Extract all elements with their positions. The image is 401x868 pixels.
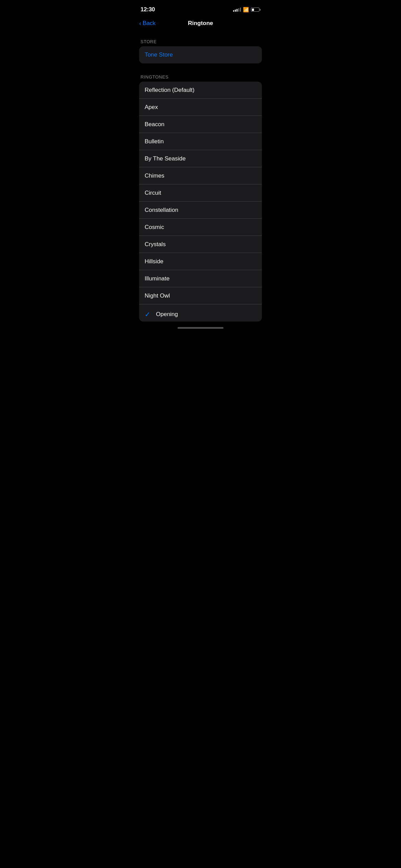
ringtones-list: Reflection (Default) Apex Beacon Bulleti… <box>139 82 262 322</box>
list-item[interactable]: Chimes <box>139 167 262 184</box>
store-list: Tone Store <box>139 46 262 63</box>
home-bar <box>178 327 223 329</box>
list-item[interactable]: By The Seaside <box>139 150 262 167</box>
back-button[interactable]: ‹ Back <box>139 20 156 27</box>
ringtone-label: Night Owl <box>145 292 170 299</box>
ringtone-label: Circuit <box>145 190 161 196</box>
ringtone-label: By The Seaside <box>145 155 186 162</box>
back-label: Back <box>143 20 156 27</box>
list-item[interactable]: Beacon <box>139 116 262 133</box>
list-item[interactable]: Circuit <box>139 184 262 202</box>
page-title: Ringtone <box>188 20 213 27</box>
list-item[interactable]: Hillside <box>139 253 262 270</box>
list-item-opening[interactable]: ✓ Opening <box>139 304 262 322</box>
list-item[interactable]: Reflection (Default) <box>139 82 262 99</box>
nav-bar: ‹ Back Ringtone <box>134 17 267 32</box>
ringtone-label: Illuminate <box>145 275 170 282</box>
list-item[interactable]: Night Owl <box>139 287 262 304</box>
list-item[interactable]: Crystals <box>139 236 262 253</box>
ringtone-label: Crystals <box>145 241 166 248</box>
list-item[interactable]: Illuminate <box>139 270 262 287</box>
ringtones-section-label: RINGTONES <box>134 70 267 82</box>
ringtone-label: Apex <box>145 104 158 111</box>
signal-icon <box>233 8 241 12</box>
tone-store-item[interactable]: Tone Store <box>139 46 262 63</box>
store-gap <box>134 32 267 35</box>
status-icons: 📶 <box>233 7 260 12</box>
ringtone-label: Constellation <box>145 207 178 214</box>
ringtones-gap <box>134 63 267 70</box>
list-item[interactable]: Constellation <box>139 202 262 219</box>
ringtone-label: Cosmic <box>145 224 164 231</box>
ringtone-label: Reflection (Default) <box>145 87 195 94</box>
store-section-label: STORE <box>134 35 267 46</box>
ringtone-label: Chimes <box>145 172 165 179</box>
checkmark-icon: ✓ <box>145 310 150 318</box>
tone-store-label: Tone Store <box>145 51 173 58</box>
wifi-icon: 📶 <box>243 7 249 12</box>
ringtone-label: Beacon <box>145 121 165 128</box>
status-time: 12:30 <box>141 6 155 13</box>
ringtone-label: Hillside <box>145 258 163 265</box>
battery-icon <box>251 8 260 12</box>
list-item[interactable]: Bulletin <box>139 133 262 150</box>
list-item[interactable]: Cosmic <box>139 219 262 236</box>
home-indicator <box>134 324 267 331</box>
back-chevron-icon: ‹ <box>139 20 141 27</box>
ringtone-label: Bulletin <box>145 138 164 145</box>
list-item[interactable]: Apex <box>139 99 262 116</box>
status-bar: 12:30 📶 <box>134 0 267 17</box>
ringtone-label: Opening <box>156 311 178 318</box>
